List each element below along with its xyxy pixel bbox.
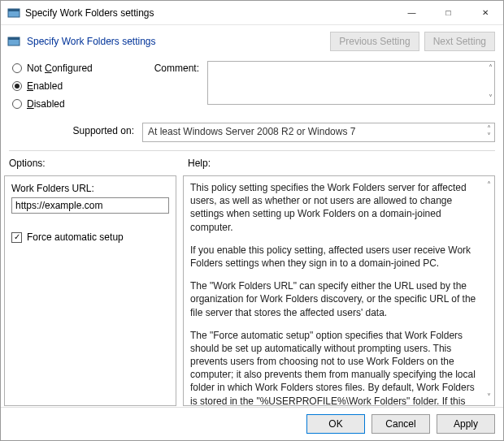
- supported-on-label: Supported on:: [12, 123, 134, 142]
- radio-icon: [12, 81, 22, 91]
- policy-icon: [7, 35, 20, 48]
- state-radios: Not Configured Enabled Disabled: [12, 61, 110, 116]
- labels-row: Options: Help:: [1, 154, 503, 171]
- comment-block: Comment: ˄ ˅: [134, 61, 495, 116]
- scroll-down-icon: ˅: [487, 391, 491, 403]
- title-bar: Specify Work Folders settings — □ ✕: [1, 1, 503, 25]
- comment-label: Comment:: [134, 61, 199, 116]
- scroll-up-icon: ˄: [489, 63, 493, 72]
- header-row: Specify Work Folders settings Previous S…: [1, 25, 503, 58]
- svg-rect-3: [8, 37, 20, 40]
- supported-on-box: At least Windows Server 2008 R2 or Windo…: [142, 123, 495, 142]
- scroll-down-icon: ˅: [487, 132, 491, 141]
- previous-setting-button[interactable]: Previous Setting: [330, 32, 419, 51]
- help-pane: This policy setting specifies the Work F…: [183, 175, 495, 406]
- window-title: Specify Work Folders settings: [25, 7, 393, 19]
- options-pane: Work Folders URL: ✓ Force automatic setu…: [4, 175, 176, 406]
- force-auto-checkbox-row[interactable]: ✓ Force automatic setup: [11, 231, 169, 243]
- ok-button[interactable]: OK: [306, 414, 365, 434]
- radio-label: Not Configured: [27, 63, 93, 74]
- radio-icon: [12, 99, 22, 109]
- radio-enabled[interactable]: Enabled: [12, 80, 110, 92]
- options-label: Options:: [9, 158, 188, 169]
- radio-label: Disabled: [27, 98, 65, 110]
- scroll-down-icon: ˅: [489, 93, 493, 102]
- comment-textarea[interactable]: ˄ ˅: [207, 61, 495, 105]
- force-auto-label: Force automatic setup: [27, 231, 124, 243]
- next-setting-button[interactable]: Next Setting: [424, 32, 495, 51]
- work-folders-url-input[interactable]: [11, 197, 169, 214]
- state-row: Not Configured Enabled Disabled Comment:…: [1, 58, 503, 118]
- apply-button[interactable]: Apply: [437, 414, 495, 434]
- cancel-button[interactable]: Cancel: [371, 414, 430, 434]
- help-text: The "Force automatic setup" option speci…: [190, 329, 480, 406]
- radio-not-configured[interactable]: Not Configured: [12, 63, 110, 74]
- app-icon: [7, 6, 20, 19]
- minimize-button[interactable]: —: [393, 1, 430, 24]
- lower-panes: Work Folders URL: ✓ Force automatic setu…: [1, 171, 503, 406]
- supported-row: Supported on: At least Windows Server 20…: [1, 118, 503, 147]
- radio-label: Enabled: [27, 80, 63, 92]
- radio-icon: [12, 63, 22, 73]
- supported-on-text: At least Windows Server 2008 R2 or Windo…: [148, 126, 355, 137]
- help-text: If you enable this policy setting, affec…: [190, 244, 480, 270]
- checkbox-icon: ✓: [11, 232, 22, 243]
- close-button[interactable]: ✕: [467, 1, 503, 24]
- radio-disabled[interactable]: Disabled: [12, 98, 110, 110]
- help-text: This policy setting specifies the Work F…: [190, 181, 480, 234]
- dialog-footer: OK Cancel Apply: [1, 407, 503, 440]
- divider: [9, 150, 495, 151]
- url-field-label: Work Folders URL:: [11, 183, 169, 194]
- scroll-up-icon: ˄: [487, 179, 491, 191]
- help-text: The "Work Folders URL" can specify eithe…: [190, 279, 480, 319]
- maximize-button[interactable]: □: [430, 1, 467, 24]
- help-label: Help:: [188, 158, 495, 169]
- svg-rect-1: [8, 9, 20, 11]
- policy-title: Specify Work Folders settings: [27, 36, 325, 47]
